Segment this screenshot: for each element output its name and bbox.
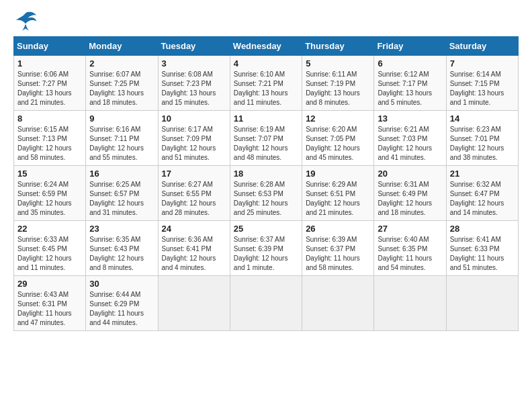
- day-number: 16: [89, 169, 154, 179]
- day-info: Sunrise: 6:41 AM Sunset: 6:33 PM Dayligh…: [450, 235, 515, 273]
- day-info: Sunrise: 6:40 AM Sunset: 6:35 PM Dayligh…: [378, 235, 442, 273]
- day-number: 22: [17, 224, 82, 234]
- calendar-cell: 13Sunrise: 6:21 AM Sunset: 7:03 PM Dayli…: [374, 111, 446, 166]
- day-number: 8: [17, 113, 82, 124]
- calendar-week-5: 22Sunrise: 6:33 AM Sunset: 6:45 PM Dayli…: [14, 221, 519, 276]
- day-info: Sunrise: 6:07 AM Sunset: 7:25 PM Dayligh…: [89, 70, 154, 107]
- day-info: Sunrise: 6:19 AM Sunset: 7:07 PM Dayligh…: [234, 125, 298, 163]
- day-number: 29: [17, 279, 82, 289]
- calendar-cell: 7Sunrise: 6:14 AM Sunset: 7:15 PM Daylig…: [446, 56, 518, 111]
- calendar-cell: 21Sunrise: 6:32 AM Sunset: 6:47 PM Dayli…: [446, 166, 518, 221]
- calendar-cell: 5Sunrise: 6:11 AM Sunset: 7:19 PM Daylig…: [302, 56, 374, 111]
- calendar-cell: 4Sunrise: 6:10 AM Sunset: 7:21 PM Daylig…: [230, 56, 302, 111]
- day-number: 23: [89, 224, 154, 234]
- header-day-tuesday: Tuesday: [158, 37, 230, 56]
- page-header: [13, 11, 519, 31]
- day-info: Sunrise: 6:33 AM Sunset: 6:45 PM Dayligh…: [17, 235, 82, 273]
- day-info: Sunrise: 6:25 AM Sunset: 6:57 PM Dayligh…: [89, 180, 154, 218]
- day-number: 15: [17, 169, 82, 179]
- calendar-cell: [302, 276, 374, 331]
- header-day-sunday: Sunday: [14, 37, 86, 56]
- day-info: Sunrise: 6:24 AM Sunset: 6:59 PM Dayligh…: [17, 180, 82, 218]
- day-number: 18: [234, 169, 298, 179]
- calendar-cell: 19Sunrise: 6:29 AM Sunset: 6:51 PM Dayli…: [302, 166, 374, 221]
- calendar-cell: 3Sunrise: 6:08 AM Sunset: 7:23 PM Daylig…: [158, 56, 230, 111]
- calendar-cell: 28Sunrise: 6:41 AM Sunset: 6:33 PM Dayli…: [446, 221, 518, 276]
- day-info: Sunrise: 6:12 AM Sunset: 7:17 PM Dayligh…: [378, 70, 442, 107]
- calendar-cell: [374, 276, 446, 331]
- calendar-cell: [158, 276, 230, 331]
- day-info: Sunrise: 6:29 AM Sunset: 6:51 PM Dayligh…: [306, 180, 370, 218]
- header-day-monday: Monday: [86, 37, 158, 56]
- calendar-cell: 29Sunrise: 6:43 AM Sunset: 6:31 PM Dayli…: [14, 276, 86, 331]
- calendar-table: SundayMondayTuesdayWednesdayThursdayFrid…: [13, 36, 519, 331]
- calendar-cell: 15Sunrise: 6:24 AM Sunset: 6:59 PM Dayli…: [14, 166, 86, 221]
- logo: [13, 11, 40, 31]
- day-info: Sunrise: 6:17 AM Sunset: 7:09 PM Dayligh…: [162, 125, 226, 163]
- calendar-cell: 26Sunrise: 6:39 AM Sunset: 6:37 PM Dayli…: [302, 221, 374, 276]
- calendar-week-4: 15Sunrise: 6:24 AM Sunset: 6:59 PM Dayli…: [14, 166, 519, 221]
- day-info: Sunrise: 6:10 AM Sunset: 7:21 PM Dayligh…: [234, 70, 298, 107]
- day-info: Sunrise: 6:16 AM Sunset: 7:11 PM Dayligh…: [89, 125, 154, 163]
- day-number: 19: [306, 169, 370, 179]
- calendar-cell: [230, 276, 302, 331]
- header-day-friday: Friday: [374, 37, 446, 56]
- day-number: 2: [89, 58, 154, 68]
- day-number: 12: [306, 113, 370, 124]
- calendar-cell: 17Sunrise: 6:27 AM Sunset: 6:55 PM Dayli…: [158, 166, 230, 221]
- day-info: Sunrise: 6:21 AM Sunset: 7:03 PM Dayligh…: [378, 125, 442, 163]
- day-number: 6: [378, 58, 442, 68]
- day-info: Sunrise: 6:31 AM Sunset: 6:49 PM Dayligh…: [378, 180, 442, 218]
- calendar-cell: 11Sunrise: 6:19 AM Sunset: 7:07 PM Dayli…: [230, 111, 302, 166]
- day-number: 20: [378, 169, 442, 179]
- calendar-cell: [446, 276, 518, 331]
- calendar-week-2: 1Sunrise: 6:06 AM Sunset: 7:27 PM Daylig…: [14, 56, 519, 111]
- day-number: 28: [450, 224, 515, 234]
- calendar-cell: 16Sunrise: 6:25 AM Sunset: 6:57 PM Dayli…: [86, 166, 158, 221]
- day-info: Sunrise: 6:27 AM Sunset: 6:55 PM Dayligh…: [162, 180, 226, 218]
- header-day-thursday: Thursday: [302, 37, 374, 56]
- calendar-cell: 20Sunrise: 6:31 AM Sunset: 6:49 PM Dayli…: [374, 166, 446, 221]
- calendar-week-3: 8Sunrise: 6:15 AM Sunset: 7:13 PM Daylig…: [14, 111, 519, 166]
- calendar-cell: 25Sunrise: 6:37 AM Sunset: 6:39 PM Dayli…: [230, 221, 302, 276]
- day-info: Sunrise: 6:08 AM Sunset: 7:23 PM Dayligh…: [162, 70, 226, 107]
- calendar-cell: 8Sunrise: 6:15 AM Sunset: 7:13 PM Daylig…: [14, 111, 86, 166]
- day-number: 13: [378, 113, 442, 124]
- header-day-saturday: Saturday: [446, 37, 518, 56]
- day-info: Sunrise: 6:39 AM Sunset: 6:37 PM Dayligh…: [306, 235, 370, 273]
- calendar-cell: 24Sunrise: 6:36 AM Sunset: 6:41 PM Dayli…: [158, 221, 230, 276]
- day-info: Sunrise: 6:44 AM Sunset: 6:29 PM Dayligh…: [89, 290, 154, 328]
- day-number: 27: [378, 224, 442, 234]
- calendar-cell: 10Sunrise: 6:17 AM Sunset: 7:09 PM Dayli…: [158, 111, 230, 166]
- calendar-cell: 2Sunrise: 6:07 AM Sunset: 7:25 PM Daylig…: [86, 56, 158, 111]
- calendar-cell: 14Sunrise: 6:23 AM Sunset: 7:01 PM Dayli…: [446, 111, 518, 166]
- day-number: 5: [306, 58, 370, 68]
- day-number: 1: [17, 58, 82, 68]
- day-info: Sunrise: 6:15 AM Sunset: 7:13 PM Dayligh…: [17, 125, 82, 163]
- day-info: Sunrise: 6:32 AM Sunset: 6:47 PM Dayligh…: [450, 180, 515, 218]
- calendar-cell: 23Sunrise: 6:35 AM Sunset: 6:43 PM Dayli…: [86, 221, 158, 276]
- day-number: 30: [89, 279, 154, 289]
- day-number: 25: [234, 224, 298, 234]
- day-number: 21: [450, 169, 515, 179]
- day-info: Sunrise: 6:20 AM Sunset: 7:05 PM Dayligh…: [306, 125, 370, 163]
- calendar-cell: 30Sunrise: 6:44 AM Sunset: 6:29 PM Dayli…: [86, 276, 158, 331]
- header-day-wednesday: Wednesday: [230, 37, 302, 56]
- logo-icon: [13, 11, 38, 31]
- calendar-cell: 18Sunrise: 6:28 AM Sunset: 6:53 PM Dayli…: [230, 166, 302, 221]
- calendar-header-row: SundayMondayTuesdayWednesdayThursdayFrid…: [14, 37, 519, 56]
- day-number: 9: [89, 113, 154, 124]
- day-number: 4: [234, 58, 298, 68]
- day-info: Sunrise: 6:28 AM Sunset: 6:53 PM Dayligh…: [234, 180, 298, 218]
- calendar-cell: 9Sunrise: 6:16 AM Sunset: 7:11 PM Daylig…: [86, 111, 158, 166]
- calendar-cell: 1Sunrise: 6:06 AM Sunset: 7:27 PM Daylig…: [14, 56, 86, 111]
- day-number: 24: [162, 224, 226, 234]
- day-info: Sunrise: 6:06 AM Sunset: 7:27 PM Dayligh…: [17, 70, 82, 107]
- day-info: Sunrise: 6:36 AM Sunset: 6:41 PM Dayligh…: [162, 235, 226, 273]
- day-number: 14: [450, 113, 515, 124]
- day-number: 17: [162, 169, 226, 179]
- day-number: 10: [162, 113, 226, 124]
- calendar-cell: 27Sunrise: 6:40 AM Sunset: 6:35 PM Dayli…: [374, 221, 446, 276]
- day-number: 26: [306, 224, 370, 234]
- calendar-week-6: 29Sunrise: 6:43 AM Sunset: 6:31 PM Dayli…: [14, 276, 519, 331]
